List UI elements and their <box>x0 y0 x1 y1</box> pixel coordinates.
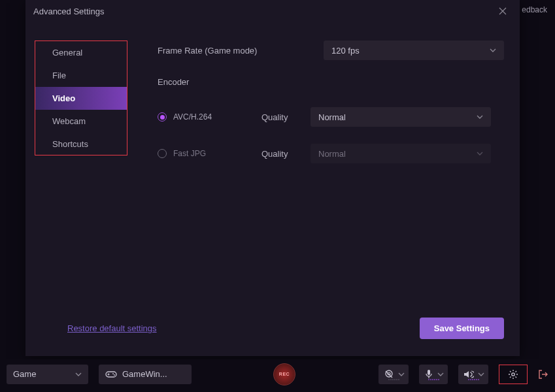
encoder-label: Encoder <box>158 77 189 87</box>
mode-value: Game <box>13 369 36 379</box>
sidebar-item-label: Webcam <box>52 116 86 126</box>
frame-rate-value: 120 fps <box>331 46 360 56</box>
modal-title: Advanced Settings <box>33 7 104 16</box>
quality-label: Quality <box>261 112 311 122</box>
sidebar-item-webcam[interactable]: Webcam <box>35 110 127 133</box>
encoder-radio-fastjpg[interactable] <box>158 149 167 158</box>
svg-point-4 <box>114 374 115 376</box>
quality-select-avc[interactable]: Normal <box>311 107 491 127</box>
record-label: REC <box>279 372 290 376</box>
quality-select-fastjpg: Normal <box>311 144 491 163</box>
sidebar-item-video[interactable]: Video <box>35 87 127 110</box>
quality-value: Normal <box>318 112 346 122</box>
quality-value: Normal <box>318 149 346 159</box>
webcam-toggle[interactable] <box>378 365 409 384</box>
game-window-select[interactable]: GameWin... <box>99 365 192 384</box>
mode-select[interactable]: Game <box>7 365 88 384</box>
feedback-link-fragment: edback <box>522 5 547 14</box>
restore-defaults-link[interactable]: Restore default settings <box>41 323 157 333</box>
modal-header: Advanced Settings <box>25 0 520 22</box>
gear-icon <box>508 369 518 380</box>
microphone-toggle[interactable] <box>419 365 448 384</box>
sidebar-item-label: Video <box>52 93 75 103</box>
svg-point-3 <box>112 373 114 374</box>
gamepad-icon <box>105 370 117 379</box>
encoder-option-label: Fast JPG <box>173 149 261 158</box>
exit-icon[interactable] <box>538 369 548 380</box>
frame-rate-select[interactable]: 120 fps <box>324 41 504 60</box>
chevron-down-icon <box>75 372 82 376</box>
speaker-toggle[interactable] <box>458 365 488 384</box>
encoder-option-label: AVC/H.264 <box>173 112 261 122</box>
chevron-down-icon <box>477 152 483 155</box>
sidebar-item-file[interactable]: File <box>35 64 127 87</box>
bottom-toolbar: Game GameWin... REC <box>0 359 555 392</box>
chevron-down-icon <box>490 48 496 52</box>
sidebar-item-general[interactable]: General <box>35 41 127 64</box>
sidebar-item-label: General <box>52 48 82 57</box>
close-icon[interactable] <box>496 5 509 18</box>
quality-label: Quality <box>261 149 311 159</box>
record-button[interactable]: REC <box>273 363 295 385</box>
settings-sidebar: General File Video Webcam Shortcuts <box>35 41 127 155</box>
advanced-settings-modal: Advanced Settings General File Video Web… <box>25 0 520 356</box>
game-window-value: GameWin... <box>122 369 167 379</box>
encoder-radio-avc[interactable] <box>158 112 167 122</box>
settings-button[interactable] <box>499 365 528 384</box>
sidebar-item-shortcuts[interactable]: Shortcuts <box>35 133 127 155</box>
frame-rate-label: Frame Rate (Game mode) <box>158 46 257 56</box>
sidebar-item-label: File <box>52 71 66 80</box>
save-settings-button[interactable]: Save Settings <box>420 318 504 339</box>
svg-rect-0 <box>106 372 116 377</box>
sidebar-item-label: Shortcuts <box>52 139 88 149</box>
chevron-down-icon <box>477 115 483 119</box>
svg-point-10 <box>512 372 514 375</box>
